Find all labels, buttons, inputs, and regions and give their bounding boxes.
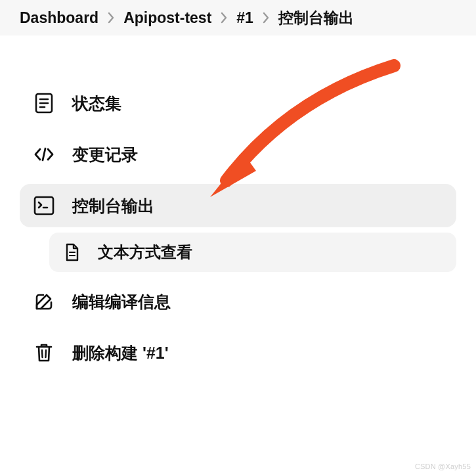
submenu: 文本方式查看	[20, 233, 456, 272]
chevron-right-icon	[221, 12, 227, 24]
file-text-icon	[62, 242, 82, 262]
breadcrumb-item-build[interactable]: #1	[236, 9, 253, 27]
svg-line-4	[43, 148, 45, 160]
breadcrumb-item-dashboard[interactable]: Dashboard	[20, 9, 98, 27]
edit-icon	[33, 290, 55, 313]
menu-item-status[interactable]: 状态集	[20, 81, 456, 125]
trash-icon	[33, 342, 55, 364]
menu-item-delete-build[interactable]: 删除构建 '#1'	[20, 331, 456, 374]
svg-line-10	[46, 350, 47, 357]
chevron-right-icon	[263, 12, 269, 24]
document-list-icon	[33, 92, 55, 114]
submenu-item-text-view[interactable]: 文本方式查看	[49, 233, 456, 272]
menu-label: 删除构建 '#1'	[72, 342, 169, 364]
menu-item-console-output[interactable]: 控制台输出	[20, 184, 456, 227]
svg-rect-5	[35, 197, 53, 214]
code-icon	[33, 143, 55, 166]
watermark: CSDN @Xayh55	[415, 462, 471, 470]
menu-label: 编辑编译信息	[72, 291, 171, 313]
sidebar-menu: 状态集 变更记录 控制台输出	[0, 35, 476, 374]
menu-label: 控制台输出	[72, 195, 154, 217]
breadcrumb-item-current: 控制台输出	[278, 8, 354, 28]
menu-label: 状态集	[72, 93, 121, 114]
menu-item-edit-build[interactable]: 编辑编译信息	[20, 280, 456, 323]
submenu-label: 文本方式查看	[98, 242, 192, 263]
menu-item-changes[interactable]: 变更记录	[20, 133, 456, 176]
terminal-icon	[33, 194, 55, 217]
breadcrumb: Dashboard Apipost-test #1 控制台输出	[0, 0, 476, 35]
menu-label: 变更记录	[72, 144, 138, 166]
breadcrumb-item-project[interactable]: Apipost-test	[123, 9, 211, 27]
chevron-right-icon	[108, 12, 114, 24]
svg-line-9	[42, 350, 43, 357]
